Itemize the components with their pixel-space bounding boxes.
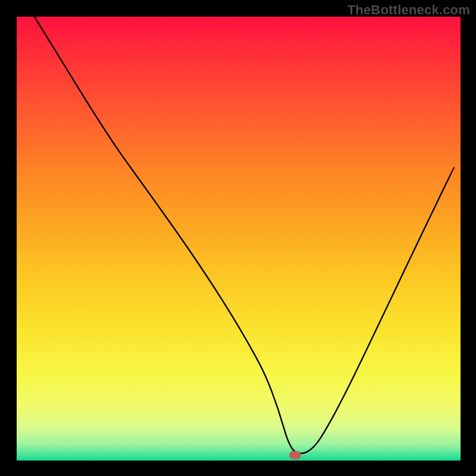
- plot-area: [17, 17, 461, 461]
- chart-container: TheBottleneck.com: [0, 0, 476, 476]
- gradient-background: [17, 17, 461, 461]
- watermark-text: TheBottleneck.com: [347, 2, 470, 18]
- optimal-point-marker: [289, 451, 301, 459]
- plot-svg: [17, 17, 461, 461]
